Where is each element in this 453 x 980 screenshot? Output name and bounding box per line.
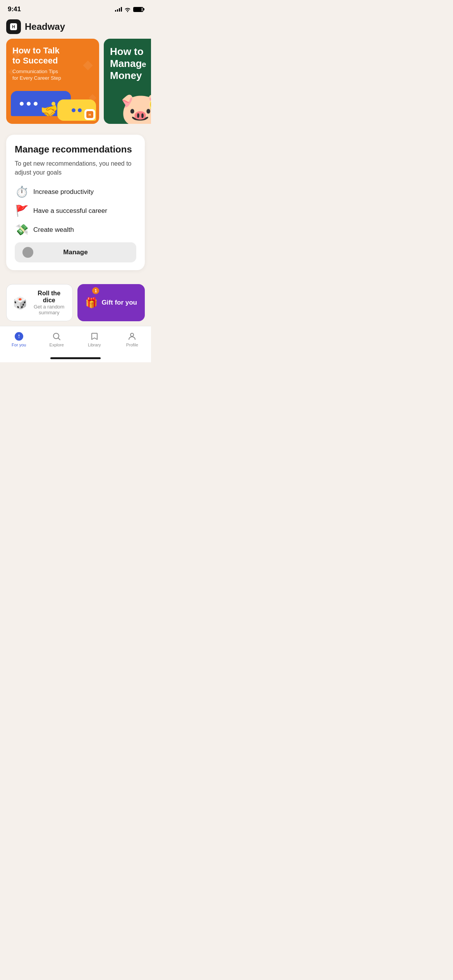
tab-for-you-label: For you — [12, 343, 26, 347]
piggy-illustration: 🐷 — [120, 93, 151, 124]
status-bar: 9:41 — [0, 0, 151, 16]
svg-point-9 — [130, 333, 134, 336]
app-header: H Headway — [0, 16, 151, 39]
home-indicator — [0, 357, 151, 362]
svg-text:H: H — [12, 24, 15, 29]
svg-point-4 — [15, 333, 22, 340]
tab-library[interactable]: Library — [76, 329, 113, 350]
tab-profile[interactable]: Profile — [113, 329, 151, 350]
tab-library-label: Library — [88, 343, 101, 347]
book-card-manage-money[interactable]: How toManageMoney 🐷 🪙 — [104, 39, 151, 124]
gift-label: Gift for you — [101, 299, 137, 307]
goal-label-career: Have a successful career — [33, 207, 107, 215]
bottom-actions: 🎲 Roll the dice Get a random summary 🎁 1… — [0, 276, 151, 326]
gift-badge: 1 — [92, 287, 99, 294]
bookmark-icon — [90, 332, 99, 341]
manage-recommendations-card: Manage recommendations To get new recomm… — [6, 135, 145, 270]
tab-bar: For you Explore Library Profile — [0, 326, 151, 357]
person-icon — [127, 332, 137, 341]
goal-item-career: 🚩 Have a successful career — [15, 204, 136, 217]
dice-icon: 🎲 — [13, 296, 27, 310]
goal-label-wealth: Create wealth — [33, 226, 74, 234]
manage-btn-dot — [22, 247, 33, 258]
compass-icon — [14, 332, 24, 341]
goal-item-wealth: 💸 Create wealth — [15, 223, 136, 236]
roll-subtitle: Get a random summary — [32, 304, 66, 315]
book-cards-scroll: How to Talkto Succeed Communication Tips… — [0, 39, 151, 124]
roll-text: Roll the dice Get a random summary — [32, 290, 66, 315]
status-time: 9:41 — [8, 5, 21, 13]
app-title: Headway — [25, 21, 65, 32]
manage-description: To get new recommendations, you need to … — [15, 159, 136, 177]
handshake-emoji: 🤝 — [40, 101, 60, 120]
goal-emoji-career: 🚩 — [15, 204, 29, 217]
search-icon — [52, 332, 61, 341]
signal-icon — [115, 7, 122, 12]
goal-emoji-productivity: ⏱️ — [15, 185, 29, 198]
svg-text:H: H — [89, 113, 91, 117]
tab-profile-label: Profile — [126, 343, 138, 347]
book-card-talk-succeed[interactable]: How to Talkto Succeed Communication Tips… — [6, 39, 99, 124]
card-subtitle: Communication Tipsfor Every Career Step — [12, 69, 93, 82]
status-icons — [115, 7, 143, 12]
card-content: How to Talkto Succeed Communication Tips… — [6, 39, 99, 82]
card-title-green: How toManageMoney — [110, 46, 151, 82]
svg-line-8 — [58, 338, 60, 340]
manage-btn-label: Manage — [63, 248, 88, 256]
tab-for-you[interactable]: For you — [0, 329, 38, 350]
gift-button[interactable]: 🎁 1 Gift for you — [77, 284, 145, 321]
wifi-icon — [124, 7, 131, 12]
home-bar — [50, 357, 101, 359]
card-title: How to Talkto Succeed — [12, 46, 93, 66]
roll-title: Roll the dice — [32, 290, 66, 304]
tab-explore-label: Explore — [50, 343, 64, 347]
goal-emoji-wealth: 💸 — [15, 223, 29, 236]
card-content-green: How toManageMoney — [104, 39, 151, 82]
manage-title: Manage recommendations — [15, 144, 136, 155]
manage-button[interactable]: Manage — [15, 242, 136, 262]
goal-label-productivity: Increase productivity — [33, 188, 94, 196]
app-logo: H — [6, 19, 21, 34]
tab-explore[interactable]: Explore — [38, 329, 76, 350]
card-headway-badge: H — [84, 109, 95, 120]
gift-icon: 🎁 — [85, 297, 98, 309]
roll-dice-button[interactable]: 🎲 Roll the dice Get a random summary — [6, 284, 73, 321]
goal-item-productivity: ⏱️ Increase productivity — [15, 185, 136, 198]
battery-icon — [133, 7, 143, 12]
